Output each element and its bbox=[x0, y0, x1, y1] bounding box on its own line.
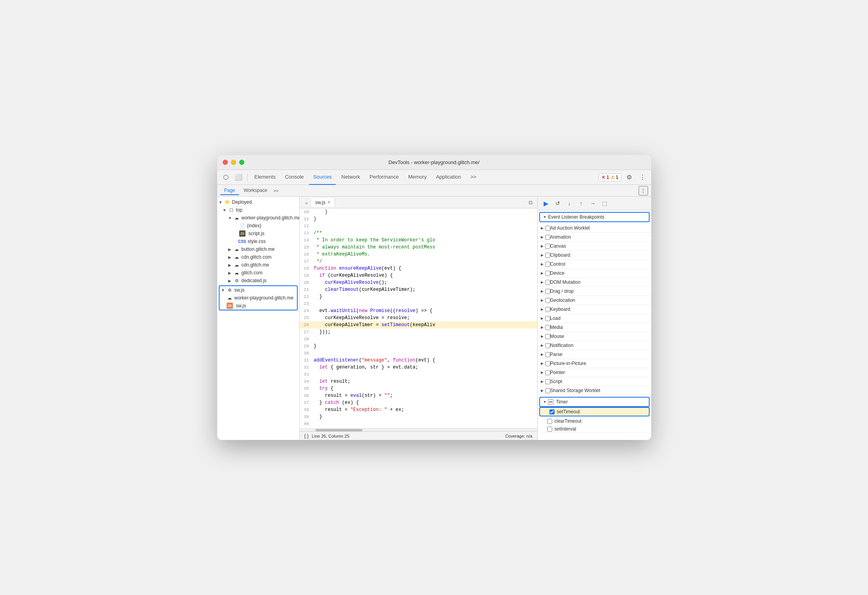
tree-item-stylecss[interactable]: CSS style.css bbox=[217, 237, 299, 245]
close-tab-button[interactable]: ✕ bbox=[327, 200, 331, 205]
tree-item-top[interactable]: ▼ ☐ top bbox=[217, 206, 299, 214]
tree-item-swjs-file[interactable]: JS sw.js bbox=[220, 302, 297, 310]
bp-header-notification[interactable]: ▶ Notification bbox=[538, 341, 651, 350]
bp-checkbox-mouse[interactable] bbox=[545, 334, 550, 339]
tree-item-worker-playground[interactable]: ▼ ☁ worker-playground.glitch.me bbox=[217, 214, 299, 222]
bp-checkbox-notification[interactable] bbox=[545, 343, 550, 348]
bp-header-animation[interactable]: ▶ Animation bbox=[538, 233, 651, 241]
bp-header-canvas[interactable]: ▶ Canvas bbox=[538, 242, 651, 250]
bp-checkbox-dom-mutation[interactable] bbox=[545, 280, 550, 285]
bp-header-script[interactable]: ▶ Script bbox=[538, 377, 651, 386]
bp-checkbox-geolocation[interactable] bbox=[545, 298, 550, 303]
code-line: 18 function ensureKeepAlive(evt) { bbox=[300, 265, 537, 272]
bp-checkbox-ad-auction[interactable] bbox=[545, 226, 550, 231]
bp-checkbox-clipboard[interactable] bbox=[545, 253, 550, 258]
maximize-button[interactable] bbox=[239, 160, 244, 165]
bp-checkbox-load[interactable] bbox=[545, 316, 550, 321]
tree-item-worker-playground-2[interactable]: ☁ worker-playground.glitch.me bbox=[220, 294, 297, 302]
arrow-icon: ▶ bbox=[228, 263, 234, 267]
tree-item-button-glitch[interactable]: ▶ ☁ button.glitch.me bbox=[217, 245, 299, 253]
collapse-panel-button[interactable]: ⬦ bbox=[301, 197, 311, 208]
settings-button[interactable]: ⚙ bbox=[624, 172, 635, 183]
bp-header-device[interactable]: ▶ Device bbox=[538, 269, 651, 277]
scrollbar-thumb[interactable] bbox=[315, 429, 363, 431]
tab-more[interactable]: >> bbox=[467, 170, 480, 185]
bp-checkbox-keyboard[interactable] bbox=[545, 307, 550, 312]
bp-checkbox-script[interactable] bbox=[545, 379, 550, 384]
tree-item-glitch-com[interactable]: ▶ ☁ glitch.com bbox=[217, 269, 299, 277]
step-into-button[interactable]: ↓ bbox=[564, 198, 575, 208]
tree-item-cdn-com[interactable]: ▶ ☁ cdn.glitch.com bbox=[217, 253, 299, 261]
device-toolbar-button[interactable]: ⬜ bbox=[233, 172, 244, 183]
inspect-element-button[interactable]: ⬡ bbox=[220, 172, 231, 183]
tab-memory[interactable]: Memory bbox=[404, 170, 430, 185]
tree-item-deployed[interactable]: ▼ 📁 Deployed bbox=[217, 198, 299, 206]
bp-checkbox-canvas[interactable] bbox=[545, 244, 550, 249]
tab-application[interactable]: Application bbox=[432, 170, 465, 185]
bp-checkbox-control[interactable] bbox=[545, 262, 550, 267]
bp-label: Load bbox=[550, 316, 561, 321]
bp-checkbox-device[interactable] bbox=[545, 271, 550, 276]
bp-item-settimeout[interactable]: setTimeout bbox=[539, 407, 650, 416]
minimize-button[interactable] bbox=[231, 160, 236, 165]
bp-header-pointer[interactable]: ▶ Pointer bbox=[538, 368, 651, 377]
bp-header-keyboard[interactable]: ▶ Keyboard bbox=[538, 305, 651, 314]
code-editor[interactable]: 10 } 11 } 12 13 /** 14 * In orde bbox=[300, 208, 537, 428]
bp-header-geolocation[interactable]: ▶ Geolocation bbox=[538, 296, 651, 305]
bp-header-clipboard[interactable]: ▶ Clipboard bbox=[538, 251, 651, 259]
step-button[interactable]: → bbox=[588, 198, 598, 208]
tab-performance[interactable]: Performance bbox=[366, 170, 403, 185]
tree-item-cdn-me[interactable]: ▶ ☁ cdn.glitch.me bbox=[217, 261, 299, 269]
tree-item-index[interactable]: 📄 (index) bbox=[217, 222, 299, 230]
bp-checkbox-settimeout[interactable] bbox=[549, 409, 555, 414]
bp-header-load[interactable]: ▶ Load bbox=[538, 314, 651, 323]
bp-checkbox-pip[interactable] bbox=[545, 361, 550, 366]
code-line: 35 try { bbox=[300, 385, 537, 392]
bp-checkbox-pointer[interactable] bbox=[545, 370, 550, 375]
tab-elements[interactable]: Elements bbox=[251, 170, 280, 185]
tree-item-swjs-root[interactable]: ▼ ⚙ sw.js bbox=[220, 286, 297, 294]
tab-sources[interactable]: Sources bbox=[309, 170, 336, 185]
bp-header-shared-storage[interactable]: ▶ Shared Storage Worklet bbox=[538, 386, 651, 395]
bp-section-notification: ▶ Notification bbox=[538, 341, 651, 350]
bp-checkbox-parse[interactable] bbox=[545, 352, 550, 357]
bp-header-drag-drop[interactable]: ▶ Drag / drop bbox=[538, 287, 651, 296]
event-listener-breakpoints-header[interactable]: ▼ Event Listener Breakpoints bbox=[540, 213, 649, 221]
step-over-button[interactable]: ↺ bbox=[553, 198, 563, 208]
bp-header-ad-auction[interactable]: ▶ Ad Auction Worklet bbox=[538, 224, 651, 232]
bp-item-cleartimeout[interactable]: clearTimeout bbox=[538, 417, 651, 425]
bp-checkbox-shared-storage[interactable] bbox=[545, 388, 550, 393]
more-tabs-button[interactable]: >> bbox=[272, 188, 280, 194]
bp-checkbox-setinterval[interactable] bbox=[547, 427, 552, 432]
close-button[interactable] bbox=[223, 160, 228, 165]
tab-page[interactable]: Page bbox=[220, 186, 239, 195]
format-button[interactable]: { } bbox=[304, 433, 309, 439]
bp-header-timer[interactable]: ▼ Timer bbox=[540, 398, 649, 406]
deactivate-breakpoints-button[interactable]: ⬚ bbox=[600, 198, 610, 208]
bp-header-pip[interactable]: ▶ Picture-in-Picture bbox=[538, 359, 651, 368]
panel-options-button[interactable]: ⋮ bbox=[639, 186, 648, 195]
bp-checkbox-media[interactable] bbox=[545, 325, 550, 330]
bp-checkbox-animation[interactable] bbox=[545, 235, 550, 240]
bp-item-setinterval[interactable]: setInterval bbox=[538, 425, 651, 433]
tab-workspace[interactable]: Workspace bbox=[240, 186, 271, 195]
bp-checkbox-cleartimeout[interactable] bbox=[547, 419, 552, 424]
horizontal-scrollbar[interactable] bbox=[300, 428, 537, 431]
bp-label: Pointer bbox=[550, 370, 565, 375]
step-out-button[interactable]: ↑ bbox=[576, 198, 586, 208]
bp-header-control[interactable]: ▶ Control bbox=[538, 260, 651, 268]
code-tab-swjs[interactable]: sw.js ✕ bbox=[311, 198, 335, 207]
tree-item-dedicatedjs[interactable]: ▶ ⚙ dedicated.js bbox=[217, 277, 299, 285]
bp-header-dom-mutation[interactable]: ▶ DOM Mutation bbox=[538, 278, 651, 287]
resume-button[interactable]: ▶ bbox=[541, 198, 551, 208]
tab-console[interactable]: Console bbox=[281, 170, 308, 185]
expand-panel-button[interactable]: ⊡ bbox=[526, 197, 536, 208]
bp-header-mouse[interactable]: ▶ Mouse bbox=[538, 332, 651, 341]
more-options-button[interactable]: ⋮ bbox=[637, 172, 648, 183]
tab-network[interactable]: Network bbox=[337, 170, 364, 185]
tree-label: style.css bbox=[248, 239, 298, 244]
bp-header-parse[interactable]: ▶ Parse bbox=[538, 350, 651, 359]
tree-item-scriptjs[interactable]: JS script.js bbox=[217, 230, 299, 237]
bp-header-media[interactable]: ▶ Media bbox=[538, 323, 651, 332]
bp-checkbox-drag-drop[interactable] bbox=[545, 289, 550, 294]
